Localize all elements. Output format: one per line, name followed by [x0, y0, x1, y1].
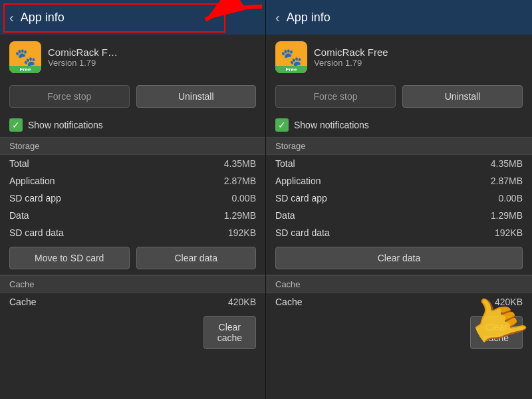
- cache-section-header-right: Cache: [266, 275, 532, 293]
- storage-label-application-right: Application: [275, 176, 321, 186]
- force-stop-button[interactable]: Force stop: [9, 85, 130, 108]
- app-icon-right: 🐾 Free: [275, 41, 307, 73]
- notifications-checkbox[interactable]: ✓: [9, 118, 23, 132]
- move-to-sd-button[interactable]: Move to SD card: [9, 247, 130, 269]
- cache-row: Cache 420KB: [0, 293, 265, 311]
- storage-value-total: 4.35MB: [224, 158, 256, 169]
- storage-action-buttons: Move to SD card Clear data: [0, 241, 265, 275]
- cache-label-right: Cache: [275, 297, 302, 307]
- storage-section-header: Storage: [0, 137, 265, 155]
- back-icon-right[interactable]: ‹: [275, 10, 280, 25]
- clear-cache-row-right: Clear cache: [266, 311, 532, 354]
- app-icon: 🐾 Free: [9, 41, 41, 73]
- storage-action-buttons-right: Clear data: [266, 241, 532, 275]
- storage-label-total-right: Total: [275, 158, 295, 169]
- app-icon-badge: Free: [9, 66, 41, 73]
- header-title-right: App info: [287, 11, 331, 25]
- storage-label-data-right: Data: [275, 210, 295, 221]
- right-panel: 🤙 ‹ App info 🐾 Free ComicRack Free Versi…: [266, 0, 532, 399]
- app-name-right: ComicRack Free: [314, 47, 523, 58]
- storage-value-data-right: 1.29MB: [491, 210, 523, 221]
- app-info-row: 🐾 Free ComicRack F… Version 1.79: [0, 35, 265, 80]
- storage-row-sd-card-app-right: SD card app 0.00B: [266, 190, 532, 207]
- storage-value-sd-card-app: 0.00B: [231, 193, 256, 203]
- storage-row-sd-card-data: SD card data 192KB: [0, 224, 265, 241]
- clear-data-button[interactable]: Clear data: [136, 247, 257, 269]
- notifications-label-right: Show notifications: [294, 120, 369, 130]
- storage-value-application-right: 2.87MB: [491, 176, 523, 186]
- app-icon-badge-right: Free: [275, 66, 307, 73]
- storage-value-data: 1.29MB: [224, 210, 256, 221]
- notifications-row-right: ✓ Show notifications: [266, 113, 532, 137]
- cache-value-right: 420KB: [495, 297, 523, 307]
- storage-label-data: Data: [9, 210, 29, 221]
- cache-row-right: Cache 420KB: [266, 293, 532, 311]
- notifications-checkbox-right[interactable]: ✓: [275, 118, 289, 132]
- app-icon-emoji: 🐾: [15, 47, 36, 68]
- app-name: ComicRack F…: [48, 47, 256, 58]
- storage-row-sd-card-app: SD card app 0.00B: [0, 190, 265, 207]
- storage-row-data: Data 1.29MB: [0, 207, 265, 224]
- cache-label: Cache: [9, 297, 36, 307]
- app-version-right: Version 1.79: [314, 58, 523, 68]
- app-info-header: ‹ App info: [0, 0, 265, 35]
- back-icon[interactable]: ‹: [9, 10, 14, 25]
- app-details: ComicRack F… Version 1.79: [48, 47, 256, 68]
- cache-section-header: Cache: [0, 275, 265, 293]
- app-details-right: ComicRack Free Version 1.79: [314, 47, 523, 68]
- storage-value-sd-card-data: 192KB: [228, 227, 256, 238]
- storage-label-sd-card-app-right: SD card app: [275, 193, 327, 203]
- notifications-label: Show notifications: [28, 120, 103, 130]
- clear-cache-button[interactable]: Clear cache: [203, 316, 256, 349]
- storage-row-total-right: Total 4.35MB: [266, 155, 532, 172]
- app-version: Version 1.79: [48, 58, 256, 68]
- app-info-row-right: 🐾 Free ComicRack Free Version 1.79: [266, 35, 532, 80]
- clear-cache-row: Clear cache: [0, 311, 265, 354]
- storage-row-total: Total 4.35MB: [0, 155, 265, 172]
- storage-row-application: Application 2.87MB: [0, 172, 265, 190]
- storage-label-sd-card-data: SD card data: [9, 227, 64, 238]
- header-title: App info: [21, 11, 65, 25]
- storage-label-sd-card-app: SD card app: [9, 193, 61, 203]
- app-icon-emoji-right: 🐾: [281, 47, 302, 68]
- clear-data-button-right[interactable]: Clear data: [275, 247, 523, 269]
- storage-label-sd-card-data-right: SD card data: [275, 227, 330, 238]
- app-info-header-right: ‹ App info: [266, 0, 532, 35]
- storage-section-header-right: Storage: [266, 137, 532, 155]
- storage-label-application: Application: [9, 176, 55, 186]
- uninstall-button-right[interactable]: Uninstall: [402, 85, 523, 108]
- cache-value: 420KB: [228, 297, 256, 307]
- storage-row-sd-card-data-right: SD card data 192KB: [266, 224, 532, 241]
- storage-value-sd-card-app-right: 0.00B: [498, 193, 523, 203]
- force-stop-button-right[interactable]: Force stop: [275, 85, 396, 108]
- action-buttons-row-right: Force stop Uninstall: [266, 80, 532, 113]
- storage-value-total-right: 4.35MB: [491, 158, 523, 169]
- notifications-row: ✓ Show notifications: [0, 113, 265, 137]
- storage-label-total: Total: [9, 158, 29, 169]
- storage-value-sd-card-data-right: 192KB: [495, 227, 523, 238]
- storage-value-application: 2.87MB: [224, 176, 256, 186]
- storage-row-application-right: Application 2.87MB: [266, 172, 532, 190]
- action-buttons-row: Force stop Uninstall: [0, 80, 265, 113]
- clear-cache-button-right[interactable]: Clear cache: [470, 316, 523, 349]
- storage-row-data-right: Data 1.29MB: [266, 207, 532, 224]
- left-panel: ‹ App info 🐾 Free ComicRack F… Version 1…: [0, 0, 266, 399]
- uninstall-button[interactable]: Uninstall: [136, 85, 257, 108]
